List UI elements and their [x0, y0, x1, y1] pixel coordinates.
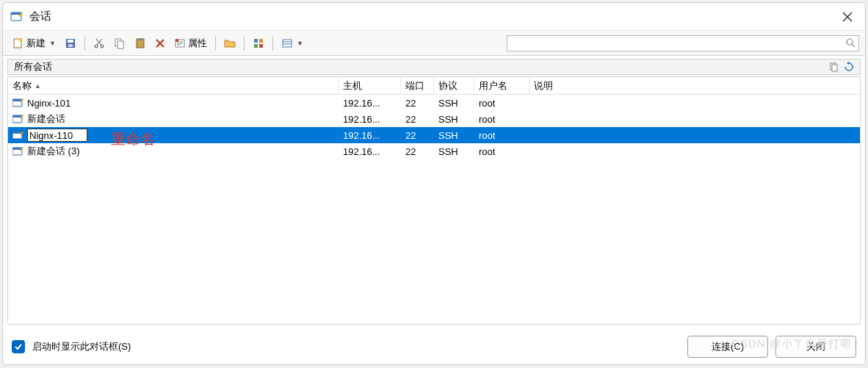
- new-icon: [12, 37, 24, 49]
- session-host: 192.16...: [339, 146, 401, 157]
- session-name: 新建会话 (3): [27, 145, 80, 158]
- session-icon: [12, 146, 24, 156]
- session-row[interactable]: 192.16...22SSHroot: [8, 127, 860, 143]
- save-button[interactable]: [61, 35, 80, 52]
- session-icon: [12, 114, 24, 124]
- copy-path-icon[interactable]: [829, 62, 839, 72]
- paste-icon: [134, 37, 146, 49]
- svg-rect-21: [832, 65, 837, 71]
- chevron-down-icon: ▼: [49, 40, 56, 47]
- delete-button[interactable]: [151, 35, 169, 52]
- copy-button[interactable]: [110, 35, 129, 52]
- svg-rect-29: [12, 148, 22, 150]
- copy-icon: [114, 37, 126, 49]
- session-protocol: SSH: [434, 98, 474, 109]
- session-row[interactable]: 新建会话192.16...22SSHroot: [8, 111, 860, 127]
- new-button[interactable]: 新建 ▼: [9, 35, 59, 52]
- chevron-down-icon: ▼: [297, 40, 303, 47]
- app-icon: [10, 10, 23, 24]
- session-host: 192.16...: [339, 114, 401, 125]
- column-headers: 名称 ▲ 主机 端口 协议 用户名 说明: [8, 77, 860, 95]
- svg-point-19: [847, 39, 853, 45]
- svg-point-6: [95, 45, 98, 48]
- svg-rect-15: [259, 39, 263, 43]
- properties-button[interactable]: 属性: [170, 35, 211, 52]
- search-box[interactable]: [507, 35, 859, 51]
- paste-button[interactable]: [131, 35, 150, 52]
- svg-rect-18: [283, 40, 292, 47]
- close-button[interactable]: 关闭: [775, 336, 856, 358]
- list-icon: [281, 37, 293, 49]
- session-user: root: [474, 130, 529, 141]
- svg-point-7: [101, 45, 104, 48]
- session-user: root: [474, 146, 529, 157]
- col-header-name[interactable]: 名称 ▲: [8, 77, 339, 94]
- session-user: root: [474, 98, 529, 109]
- delete-icon: [155, 38, 165, 48]
- session-row[interactable]: Nginx-101192.16...22SSHroot: [8, 95, 860, 111]
- breadcrumb-label: 所有会话: [14, 60, 829, 73]
- separator: [84, 36, 85, 51]
- separator: [272, 36, 273, 51]
- svg-rect-23: [12, 99, 22, 101]
- svg-rect-27: [12, 131, 22, 134]
- session-host: 192.16...: [339, 130, 401, 141]
- session-icon: [12, 130, 24, 140]
- session-dialog: 会话 新建 ▼ 属性: [2, 2, 866, 365]
- session-rows: 重命名 Nginx-101192.16...22SSHroot新建会话192.1…: [8, 95, 860, 324]
- svg-rect-17: [259, 44, 263, 48]
- folder-button[interactable]: [220, 35, 239, 52]
- toolbar: 新建 ▼ 属性 ▼: [3, 31, 865, 56]
- session-protocol: SSH: [434, 114, 474, 125]
- session-port: 22: [401, 98, 434, 109]
- session-name: Nginx-101: [27, 98, 70, 109]
- session-host: 192.16...: [339, 98, 401, 109]
- properties-icon: [174, 37, 186, 49]
- svg-rect-5: [68, 44, 73, 47]
- search-icon: [846, 38, 856, 48]
- search-input[interactable]: [510, 38, 846, 48]
- breadcrumb-bar: 所有会话: [7, 59, 861, 75]
- cut-button[interactable]: [90, 35, 109, 52]
- svg-rect-11: [138, 38, 142, 40]
- col-header-host[interactable]: 主机: [339, 77, 401, 94]
- svg-rect-1: [11, 12, 21, 15]
- session-user: root: [474, 114, 529, 125]
- view-button[interactable]: ▼: [278, 35, 307, 52]
- sort-asc-icon: ▲: [35, 82, 41, 90]
- session-list: 名称 ▲ 主机 端口 协议 用户名 说明 重命名 Nginx-101192.16…: [7, 76, 861, 325]
- scissors-icon: [93, 37, 105, 49]
- session-name: 新建会话: [27, 112, 65, 126]
- window-title: 会话: [29, 10, 837, 24]
- svg-rect-16: [254, 44, 258, 48]
- save-icon: [65, 37, 76, 49]
- folder-icon: [224, 37, 236, 49]
- refresh-icon[interactable]: [844, 62, 854, 72]
- show-on-startup-checkbox[interactable]: [12, 340, 25, 353]
- connect-button[interactable]: 连接(C): [687, 336, 768, 358]
- col-header-user[interactable]: 用户名: [474, 77, 529, 94]
- titlebar: 会话: [3, 3, 865, 31]
- separator: [244, 36, 245, 51]
- grid-icon: [253, 37, 264, 49]
- close-icon[interactable]: [837, 7, 858, 27]
- svg-rect-9: [117, 41, 123, 48]
- session-port: 22: [401, 114, 434, 125]
- session-protocol: SSH: [434, 130, 474, 141]
- svg-rect-4: [68, 40, 73, 43]
- col-header-port[interactable]: 端口: [401, 77, 434, 94]
- col-header-desc[interactable]: 说明: [529, 77, 860, 94]
- session-icon: [12, 98, 24, 108]
- session-protocol: SSH: [434, 146, 474, 157]
- separator: [215, 36, 216, 51]
- svg-rect-14: [254, 39, 258, 43]
- options-button[interactable]: [249, 35, 268, 52]
- dialog-footer: 启动时显示此对话框(S) 连接(C) 关闭: [3, 329, 865, 364]
- rename-input[interactable]: [27, 129, 87, 142]
- session-row[interactable]: 新建会话 (3)192.16...22SSHroot: [8, 143, 860, 159]
- col-header-protocol[interactable]: 协议: [434, 77, 474, 94]
- svg-point-13: [176, 39, 178, 42]
- show-on-startup-label: 启动时显示此对话框(S): [32, 340, 131, 353]
- session-port: 22: [401, 146, 434, 157]
- session-port: 22: [401, 130, 434, 141]
